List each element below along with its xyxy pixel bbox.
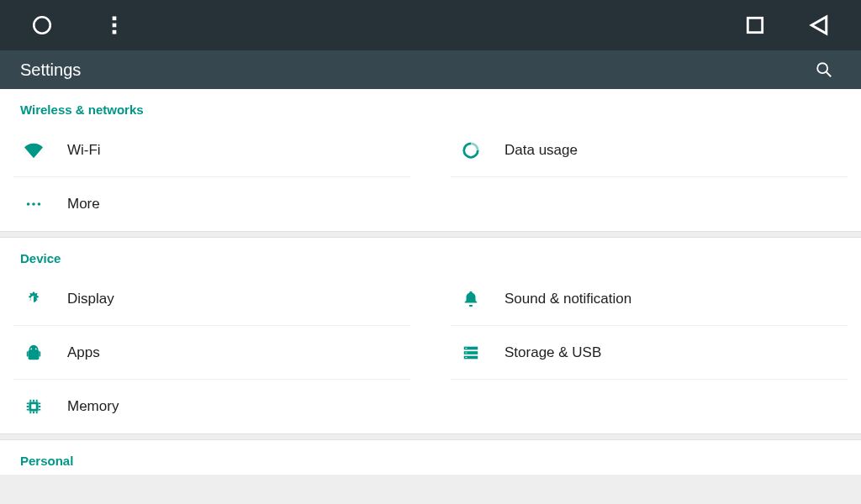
- circle-outline-icon: [31, 14, 53, 36]
- back-button[interactable]: [799, 5, 839, 45]
- section-header-personal: Personal: [0, 440, 861, 475]
- more-horiz-icon: [13, 195, 54, 213]
- settings-item-apps[interactable]: Apps: [13, 326, 410, 380]
- section-personal: Personal: [0, 440, 861, 475]
- settings-item-label: Storage & USB: [491, 344, 601, 361]
- svg-point-8: [32, 202, 35, 206]
- data-usage-icon: [451, 141, 491, 160]
- section-device: Device Display Apps Memory: [0, 238, 861, 433]
- svg-point-0: [34, 17, 50, 34]
- svg-rect-19: [466, 352, 467, 353]
- apps-icon: [13, 344, 54, 362]
- settings-item-label: More: [54, 196, 100, 213]
- search-button[interactable]: [807, 53, 841, 87]
- storage-icon: [451, 344, 491, 362]
- settings-item-label: Sound & notification: [491, 291, 631, 307]
- section-wireless: Wireless & networks Wi-Fi More Data: [0, 89, 861, 231]
- svg-point-7: [27, 202, 30, 206]
- svg-rect-4: [747, 18, 762, 32]
- section-divider: [0, 231, 861, 238]
- page-title: Settings: [20, 60, 81, 80]
- system-nav-bar: [0, 0, 861, 50]
- svg-point-5: [817, 63, 827, 73]
- settings-item-display[interactable]: Display: [13, 272, 410, 326]
- svg-rect-14: [31, 404, 36, 409]
- section-header-wireless: Wireless & networks: [0, 89, 861, 123]
- overflow-button[interactable]: [94, 5, 135, 45]
- svg-point-9: [38, 202, 41, 206]
- svg-rect-3: [113, 30, 117, 34]
- settings-item-label: Memory: [54, 398, 119, 415]
- app-bar: Settings: [0, 50, 861, 89]
- settings-item-data-usage[interactable]: Data usage: [451, 123, 848, 177]
- settings-item-memory[interactable]: Memory: [13, 380, 410, 433]
- more-vert-icon: [106, 13, 123, 37]
- svg-rect-12: [39, 351, 40, 356]
- settings-item-wifi[interactable]: Wi-Fi: [13, 123, 410, 177]
- display-icon: [13, 290, 54, 308]
- section-divider: [0, 433, 861, 440]
- settings-item-more[interactable]: More: [13, 177, 410, 231]
- square-outline-icon: [744, 14, 766, 36]
- home-button[interactable]: [22, 5, 62, 45]
- svg-rect-18: [466, 348, 467, 349]
- settings-item-label: Display: [54, 291, 114, 307]
- search-icon: [815, 60, 833, 79]
- back-triangle-icon: [806, 13, 832, 38]
- settings-item-label: Data usage: [491, 142, 578, 159]
- section-header-device: Device: [0, 238, 861, 272]
- svg-line-6: [827, 72, 832, 77]
- svg-rect-11: [27, 351, 29, 356]
- bell-icon: [451, 290, 491, 308]
- wifi-icon: [13, 141, 54, 160]
- settings-item-label: Wi-Fi: [54, 142, 101, 159]
- svg-rect-20: [466, 357, 467, 358]
- settings-item-label: Apps: [54, 344, 100, 361]
- svg-rect-2: [113, 24, 117, 28]
- settings-item-storage[interactable]: Storage & USB: [451, 326, 848, 380]
- memory-icon: [13, 397, 54, 416]
- svg-rect-1: [113, 17, 117, 21]
- settings-item-sound[interactable]: Sound & notification: [451, 272, 848, 326]
- recents-button[interactable]: [735, 5, 775, 45]
